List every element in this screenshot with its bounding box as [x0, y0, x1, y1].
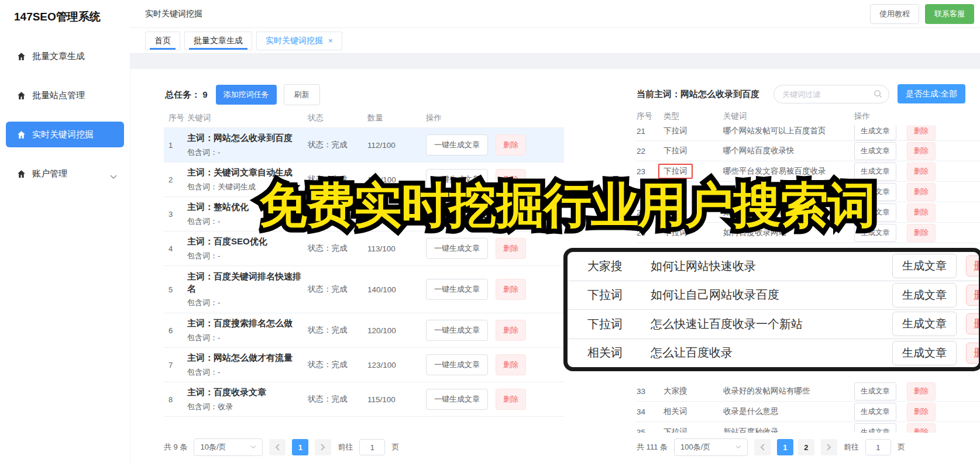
page-button-2[interactable]: 2: [798, 439, 814, 455]
delete-button[interactable]: 删除: [907, 203, 936, 222]
home-icon: [16, 51, 26, 61]
delete-button[interactable]: 删除: [496, 279, 526, 300]
status-text: 状态：完成: [308, 360, 367, 370]
tab-label: 实时关键词挖掘: [266, 36, 323, 46]
keyword-type: 相关词: [663, 407, 687, 416]
goto-page-input[interactable]: [359, 439, 385, 455]
generate-article-button[interactable]: 生成文章: [892, 341, 957, 365]
sidebar-item-label: 实时关键词挖掘: [32, 129, 117, 140]
keyword-row[interactable]: 34 相关词 收录是什么意思 生成文章 删除: [637, 402, 980, 422]
generate-article-button[interactable]: 一键生成文章: [426, 389, 488, 410]
generate-article-button[interactable]: 生成文章: [892, 254, 957, 278]
task-row[interactable]: 3 主词：整站优化 包含词：- 状态：完成 一键生成文章 删除: [164, 197, 564, 231]
sidebar-item-2[interactable]: 实时关键词挖掘: [6, 122, 124, 147]
generate-article-button[interactable]: 生成文章: [854, 142, 896, 160]
task-row[interactable]: 8 主词：百度收录文章 包含词：收录 状态：完成 115/100 一键生成文章 …: [164, 382, 564, 417]
keyword-row[interactable]: 21 下拉词 哪个网站发帖可以上百度首页 生成文章 删除: [637, 125, 980, 141]
refresh-button[interactable]: 刷新: [284, 84, 320, 105]
generate-article-button[interactable]: 一键生成文章: [426, 238, 488, 259]
generate-article-button[interactable]: 一键生成文章: [426, 279, 488, 300]
tab[interactable]: 实时关键词挖掘 ×: [256, 32, 342, 50]
delete-button[interactable]: 删除: [907, 423, 936, 433]
col-count: 数量: [367, 113, 426, 123]
generate-article-button[interactable]: 生成文章: [892, 312, 957, 336]
delete-button[interactable]: 删除: [907, 403, 936, 421]
task-row[interactable]: 1 主词：网站怎么收录到百度 包含词：- 状态：完成 112/100 一键生成文…: [164, 128, 564, 163]
count-value: 112/100: [367, 141, 426, 150]
delete-button[interactable]: 删除: [907, 183, 936, 201]
next-page-button[interactable]: [821, 439, 837, 455]
sidebar-item-1[interactable]: 批量站点管理: [6, 82, 124, 108]
delete-button[interactable]: 删除: [496, 389, 526, 410]
keyword-row[interactable]: 22 下拉词 哪个网站百度收录快 生成文章 删除: [637, 141, 980, 161]
delete-button-clipped[interactable]: 删除: [966, 255, 980, 277]
add-task-button[interactable]: 添加挖词任务: [216, 85, 277, 105]
next-page-button[interactable]: [315, 439, 331, 455]
sidebar-item-0[interactable]: 批量文章生成: [6, 43, 124, 69]
generate-article-button[interactable]: 生成文章: [854, 382, 896, 400]
page-size-select[interactable]: 10条/页: [194, 438, 263, 456]
page-button-1[interactable]: 1: [777, 439, 793, 455]
contact-support-button[interactable]: 联系客服: [925, 4, 974, 24]
keyword-row[interactable]: 35 下拉词 新站百度秒收录 生成文章 删除: [637, 422, 980, 433]
keyword-row[interactable]: 26 下拉词 如何百度收录网站 生成文章 删除: [637, 223, 980, 243]
total-count: 共 9 条: [164, 442, 187, 452]
close-icon[interactable]: ×: [328, 36, 333, 45]
keyword-row[interactable]: 33 大家搜 收录好的发帖网站有哪些 生成文章 删除: [637, 381, 980, 402]
generate-all-button[interactable]: 是否生成:全部: [898, 84, 965, 103]
keyword-text: 怎么让百度收录: [651, 345, 892, 361]
delete-button-clipped[interactable]: 删除: [966, 343, 980, 364]
keyword-row[interactable]: 23 下拉词 哪些平台发文容易被百度收录 生成文章 删除: [637, 161, 980, 182]
tab[interactable]: 批量文章生成: [184, 32, 252, 50]
task-row[interactable]: 2 主词：关键词文章自动生成 包含词：关键词生成 状态：完成 100/100 一…: [164, 163, 564, 197]
keyword-filter-input[interactable]: [773, 85, 889, 103]
generate-article-button[interactable]: 生成文章: [854, 203, 896, 222]
generate-article-button[interactable]: 生成文章: [854, 183, 896, 201]
task-row[interactable]: 4 主词：百度SEO优化 包含词：- 状态：完成 113/100 一键生成文章 …: [164, 231, 564, 266]
delete-button[interactable]: 删除: [496, 320, 526, 341]
task-row[interactable]: 5 主词：百度关键词排名快速排名 包含词：- 状态：完成 140/100 一键生…: [164, 266, 564, 313]
goto-page-input[interactable]: [865, 439, 891, 455]
generate-article-button[interactable]: 生成文章: [854, 125, 896, 140]
delete-button[interactable]: 删除: [907, 224, 936, 242]
delete-button[interactable]: 删除: [496, 203, 526, 224]
keyword-row[interactable]: 24 下拉词 如何让自己网站收录百度 生成文章 删除: [637, 182, 980, 202]
generate-article-button[interactable]: 一键生成文章: [426, 203, 488, 224]
generate-article-button[interactable]: 一键生成文章: [426, 354, 488, 375]
page-size-select[interactable]: 100条/页: [674, 438, 748, 456]
tab-label: 批量文章生成: [194, 36, 243, 46]
delete-button[interactable]: 删除: [496, 134, 526, 156]
generate-article-button[interactable]: 生成文章: [892, 283, 957, 307]
generate-article-button[interactable]: 一键生成文章: [426, 134, 488, 156]
delete-button[interactable]: 删除: [907, 142, 936, 160]
generate-article-button[interactable]: 生成文章: [854, 423, 896, 433]
task-row[interactable]: 6 主词：百度搜索排名怎么做 包含词：- 状态：完成 120/100 一键生成文…: [164, 313, 564, 348]
delete-button[interactable]: 删除: [907, 163, 936, 181]
delete-button[interactable]: 删除: [496, 238, 526, 259]
generate-article-button[interactable]: 一键生成文章: [426, 320, 488, 341]
keyword-type: 大家搜: [663, 386, 687, 395]
contains-words: 包含词：-: [187, 333, 308, 343]
prev-page-button[interactable]: [754, 439, 771, 455]
generate-article-button[interactable]: 一键生成文章: [426, 169, 488, 190]
sidebar-item-3[interactable]: 账户管理: [6, 161, 124, 186]
delete-button[interactable]: 删除: [907, 382, 936, 400]
task-pagination: 共 9 条 10条/页 1 前往 页: [164, 438, 399, 456]
generate-article-button[interactable]: 生成文章: [854, 224, 896, 242]
row-index: 21: [637, 127, 663, 136]
main-keyword: 主词：网站怎么收录到百度: [187, 132, 308, 144]
delete-button-clipped[interactable]: 删除: [966, 285, 980, 306]
delete-button-clipped[interactable]: 删除: [966, 313, 980, 334]
prev-page-button[interactable]: [269, 439, 286, 455]
task-row[interactable]: 7 主词：网站怎么做才有流量 包含词：- 状态：完成 123/100 一键生成文…: [164, 348, 564, 382]
generate-article-button[interactable]: 生成文章: [854, 163, 896, 181]
keyword-row[interactable]: 25 大家搜 如何让网站快速收录 生成文章 删除: [637, 202, 980, 223]
delete-button[interactable]: 删除: [496, 169, 526, 190]
count-value: 100/100: [367, 175, 426, 184]
tutorial-button[interactable]: 使用教程: [870, 4, 919, 24]
generate-article-button[interactable]: 生成文章: [854, 403, 896, 421]
delete-button[interactable]: 删除: [907, 125, 936, 140]
delete-button[interactable]: 删除: [496, 354, 526, 375]
page-button-1[interactable]: 1: [292, 439, 308, 455]
tab[interactable]: 首页: [145, 32, 180, 50]
